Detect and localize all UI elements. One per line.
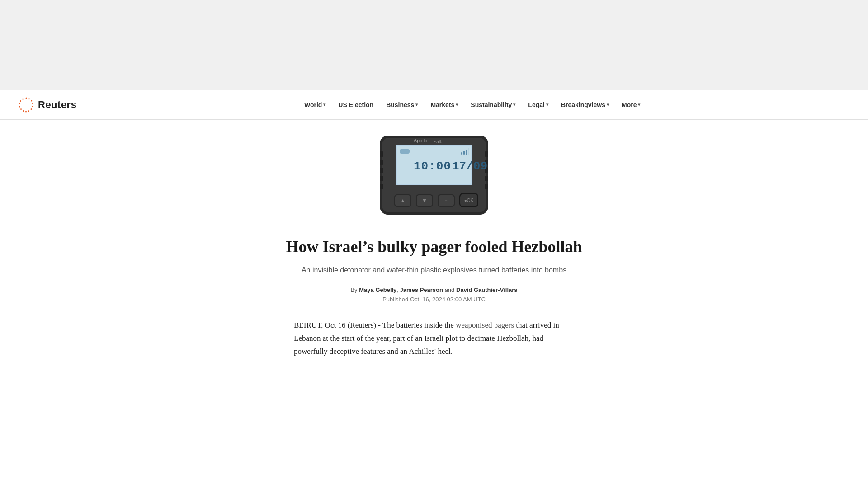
chevron-down-icon: ▾ xyxy=(323,102,326,107)
svg-rect-30 xyxy=(409,150,410,153)
svg-point-14 xyxy=(22,98,24,99)
logo-link[interactable]: Reuters xyxy=(18,97,76,113)
nav-item-world[interactable]: World ▾ xyxy=(299,98,331,112)
ad-banner xyxy=(0,0,868,90)
reuters-logo-icon xyxy=(18,97,34,113)
author-david-gauthier-villars[interactable]: David Gauthier-Villars xyxy=(456,286,518,293)
svg-point-5 xyxy=(32,106,33,107)
publish-date-value: Oct. 16, 2024 xyxy=(410,296,445,303)
article-body: BEIRUT, Oct 16 (Reuters) - The batteries… xyxy=(294,319,574,358)
weaponised-pagers-link[interactable]: weaponised pagers xyxy=(456,321,514,329)
svg-text:●OK: ●OK xyxy=(464,198,474,203)
svg-rect-20 xyxy=(380,176,383,181)
published-label: Published xyxy=(382,296,408,303)
article-main: Apollo ∿ıll. 10:00 17/09 ▲ ▼ ≡ ●OK xyxy=(231,120,637,385)
site-header: Reuters World ▾ US Election Business ▾ M… xyxy=(0,90,868,119)
publish-date: Published Oct. 16, 2024 02:00 AM UTC xyxy=(240,296,628,303)
pager-device-illustration: Apollo ∿ıll. 10:00 17/09 ▲ ▼ ≡ ●OK xyxy=(375,133,493,224)
nav-item-sustainability[interactable]: Sustainability ▾ xyxy=(465,98,521,112)
svg-point-6 xyxy=(31,108,32,110)
hero-image: Apollo ∿ıll. 10:00 17/09 ▲ ▼ ≡ ●OK xyxy=(240,133,628,224)
svg-rect-25 xyxy=(485,176,488,181)
svg-rect-17 xyxy=(380,151,383,157)
article-title: How Israel’s bulky pager fooled Hezbolla… xyxy=(276,237,592,257)
svg-text:▼: ▼ xyxy=(422,197,427,204)
svg-point-13 xyxy=(20,100,21,102)
chevron-down-icon: ▾ xyxy=(415,102,418,107)
chevron-down-icon: ▾ xyxy=(638,102,640,107)
nav-item-business[interactable]: Business ▾ xyxy=(381,98,423,112)
author-maya-gebelly[interactable]: Maya Gebelly xyxy=(359,286,396,293)
svg-point-9 xyxy=(23,110,24,112)
svg-point-8 xyxy=(25,111,27,112)
author-james-pearson[interactable]: James Pearson xyxy=(400,286,443,293)
nav-item-markets[interactable]: Markets ▾ xyxy=(425,98,463,112)
main-nav: World ▾ US Election Business ▾ Markets ▾… xyxy=(94,98,850,112)
logo-text: Reuters xyxy=(38,99,76,111)
nav-item-breakingviews[interactable]: Breakingviews ▾ xyxy=(556,98,614,112)
nav-item-more[interactable]: More ▾ xyxy=(616,98,646,112)
article-paragraph-1: BEIRUT, Oct 16 (Reuters) - The batteries… xyxy=(294,319,574,358)
svg-point-1 xyxy=(26,97,27,99)
byline-prefix: By xyxy=(350,286,357,293)
svg-point-3 xyxy=(31,100,32,101)
svg-point-10 xyxy=(20,108,22,110)
svg-rect-22 xyxy=(485,151,488,157)
svg-rect-33 xyxy=(466,150,467,155)
svg-point-7 xyxy=(28,110,29,112)
nav-item-us-election[interactable]: US Election xyxy=(333,98,379,112)
svg-text:10:00: 10:00 xyxy=(414,160,451,173)
svg-text:17/09: 17/09 xyxy=(452,160,487,173)
chevron-down-icon: ▾ xyxy=(513,102,515,107)
svg-point-12 xyxy=(19,103,20,104)
svg-rect-21 xyxy=(380,184,383,189)
svg-point-4 xyxy=(32,103,33,104)
svg-point-11 xyxy=(19,106,20,107)
svg-rect-32 xyxy=(463,151,465,155)
publish-time-value: 02:00 AM UTC xyxy=(447,296,486,303)
svg-text:Apollo: Apollo xyxy=(414,138,428,143)
byline-and: and xyxy=(445,286,456,293)
svg-rect-29 xyxy=(400,149,409,154)
svg-rect-18 xyxy=(380,160,383,165)
svg-point-0 xyxy=(19,98,33,112)
article-subtitle: An invisible detonator and wafer-thin pl… xyxy=(298,265,570,276)
svg-point-2 xyxy=(28,98,30,99)
svg-text:≡: ≡ xyxy=(445,198,448,203)
chevron-down-icon: ▾ xyxy=(456,102,458,107)
svg-text:∿ıll.: ∿ıll. xyxy=(434,139,442,144)
svg-rect-26 xyxy=(485,184,488,189)
svg-rect-34 xyxy=(468,148,469,155)
nav-item-legal[interactable]: Legal ▾ xyxy=(523,98,554,112)
chevron-down-icon: ▾ xyxy=(546,102,548,107)
svg-rect-31 xyxy=(461,152,462,155)
chevron-down-icon: ▾ xyxy=(607,102,609,107)
svg-rect-19 xyxy=(380,168,383,173)
byline: By Maya Gebelly, James Pearson and David… xyxy=(240,286,628,293)
svg-text:▲: ▲ xyxy=(400,197,406,204)
